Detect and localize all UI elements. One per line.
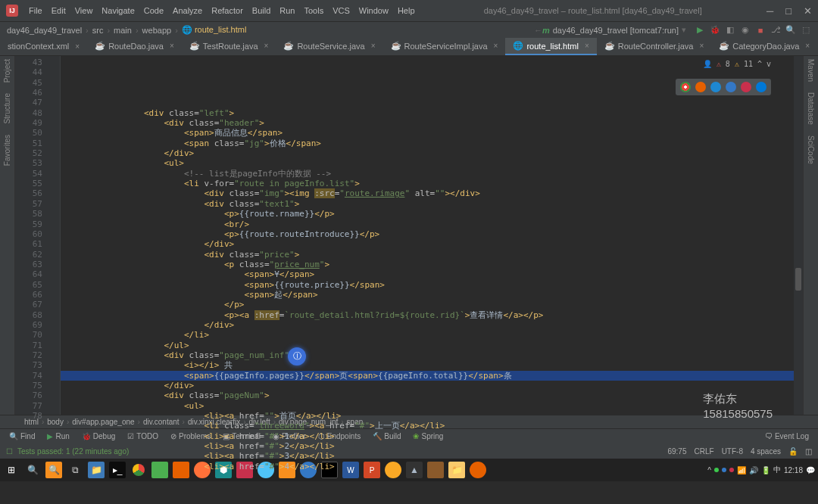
safari-icon[interactable] [726, 82, 736, 92]
edge-icon[interactable] [756, 82, 766, 92]
code-editor[interactable]: 👤 ⚠8 ⚠11 ^ v Ⓘ <div class="left"> <div c… [61, 56, 794, 415]
watermark-phone: 15815850575 [703, 406, 773, 422]
navigation-bar: day46_day49_travel› src› main› webapp› 🌐… [0, 21, 818, 38]
search-taskbar-icon[interactable]: 🔍 [24, 462, 41, 478]
watermark-name: 李佑东 [703, 391, 773, 406]
opera-icon[interactable] [741, 82, 751, 92]
editor-tabs: stionContext.xml× ☕RouteDao.java× ☕TestR… [0, 38, 818, 56]
favorites-tool-button[interactable]: Favorites [3, 135, 11, 166]
maven-icon: m [542, 26, 550, 35]
stop-button-icon[interactable]: ■ [754, 23, 767, 37]
minimize-icon[interactable]: ─ [766, 5, 773, 17]
crumb-webapp[interactable]: webapp [140, 26, 174, 35]
git-icon[interactable]: ⎇ [769, 23, 782, 37]
menu-build[interactable]: Build [248, 6, 275, 15]
crumb-main[interactable]: main [111, 26, 134, 35]
maximize-icon[interactable]: □ [785, 5, 791, 17]
window-title: day46_day49_travel – route_list.html [da… [420, 6, 766, 15]
menu-vcs[interactable]: VCS [328, 6, 354, 15]
close-icon[interactable]: ✕ [804, 5, 812, 17]
search-icon[interactable]: 🔍 [784, 23, 798, 37]
fold-gutter[interactable] [50, 56, 61, 415]
menu-run[interactable]: Run [275, 6, 299, 15]
tab-testroute[interactable]: ☕TestRoute.java× [182, 38, 276, 55]
start-menu-icon[interactable]: ⊞ [3, 462, 20, 478]
error-count-icon: ⚠ [717, 59, 721, 69]
titlebar: IJ File Edit View Navigate Code Analyze … [0, 0, 818, 21]
run-configuration[interactable]: m day46_day49_travel [tomcat7:run] ▾ [542, 25, 686, 35]
coverage-icon[interactable]: ◧ [723, 23, 737, 37]
editor-area: Project Structure Favorites 434445464748… [0, 56, 818, 415]
run-button-icon[interactable]: ▶ [693, 23, 707, 37]
everything-icon[interactable]: 🔍 [45, 462, 62, 478]
app-logo-icon: IJ [6, 5, 18, 17]
scicode-tool-button[interactable]: SciCode [807, 135, 815, 164]
crumb-src[interactable]: src [90, 26, 106, 35]
menu-navigate[interactable]: Navigate [97, 6, 139, 15]
tab-routelist-html[interactable]: 🌐route_list.html× [505, 38, 596, 55]
browser-preview-panel [676, 79, 771, 95]
menu-window[interactable]: Window [354, 6, 393, 15]
chrome-icon[interactable] [680, 82, 691, 92]
tab-stioncontext[interactable]: stionContext.xml× [0, 39, 87, 55]
left-tool-stripe: Project Structure Favorites [0, 56, 15, 415]
menu-refactor[interactable]: Refactor [207, 6, 248, 15]
debug-button-icon[interactable]: 🐞 [708, 23, 722, 37]
menu-code[interactable]: Code [139, 6, 168, 15]
tab-routedao[interactable]: ☕RouteDao.java× [87, 38, 182, 55]
cursor-presence-icon: Ⓘ [288, 347, 306, 366]
menu-tools[interactable]: Tools [299, 6, 328, 15]
firefox-icon[interactable] [695, 82, 706, 92]
profile-icon[interactable]: ◉ [738, 23, 752, 37]
structure-tool-button[interactable]: Structure [3, 93, 11, 124]
tab-routeservice[interactable]: ☕RouteService.java× [276, 38, 382, 55]
menu-view[interactable]: View [70, 6, 98, 15]
project-tool-button[interactable]: Project [3, 59, 11, 82]
tab-categorydao[interactable]: ☕CategoryDao.java× [711, 38, 817, 55]
settings-icon[interactable]: ⬚ [799, 23, 813, 37]
warning-count-icon: ⚠ [735, 59, 739, 69]
inspection-status[interactable]: 👤 ⚠8 ⚠11 ^ v [703, 59, 771, 69]
editor-scrollbar[interactable] [794, 56, 803, 415]
tray-notification-icon[interactable]: 💬 [806, 466, 815, 474]
find-tool-button[interactable]: 🔍Find [5, 432, 39, 440]
menu-analyze[interactable]: Analyze [168, 6, 207, 15]
right-tool-stripe: Maven Database SciCode [803, 56, 818, 415]
crumb-project[interactable]: day46_day49_travel [5, 26, 84, 35]
line-number-gutter[interactable]: 4344454647484950515253545556575859606162… [15, 56, 50, 415]
menu-edit[interactable]: Edit [47, 6, 70, 15]
maven-tool-button[interactable]: Maven [807, 59, 815, 82]
tab-routecontroller[interactable]: ☕RouteController.java× [597, 38, 712, 55]
watermark: 李佑东 15815850575 [703, 391, 773, 421]
ie-icon[interactable] [710, 82, 721, 92]
back-icon[interactable]: ← [534, 26, 542, 35]
database-tool-button[interactable]: Database [807, 92, 815, 125]
user-icon: 👤 [703, 59, 712, 69]
menu-file[interactable]: File [24, 6, 47, 15]
mem-indicator-icon[interactable]: ◫ [805, 447, 812, 456]
tab-routeserviceimpl[interactable]: ☕RouteServiceImpl.java× [383, 38, 506, 55]
scroll-thumb[interactable] [795, 268, 801, 291]
crumb-file[interactable]: 🌐 route_list.html [180, 25, 249, 35]
tab-close-icon[interactable]: × [75, 42, 80, 51]
menu-help[interactable]: Help [393, 6, 420, 15]
status-icon: ☐ [6, 447, 13, 456]
